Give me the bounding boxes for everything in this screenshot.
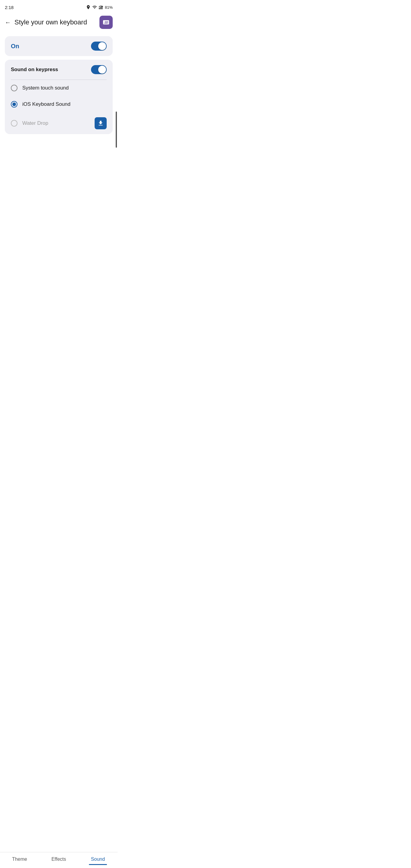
radio-ios-keyboard[interactable]: iOS Keyboard Sound (5, 96, 113, 113)
status-bar: 2:18 81% (0, 0, 118, 13)
status-time: 2:18 (5, 5, 13, 10)
radio-system-label: System touch sound (22, 85, 69, 91)
header: ← Style your own keyboard (0, 13, 118, 34)
radio-ios-left: iOS Keyboard Sound (11, 101, 70, 107)
sound-keypress-toggle[interactable] (91, 65, 107, 74)
sound-settings-card: Sound on keypress System touch sound iOS… (5, 60, 113, 134)
svg-rect-2 (101, 6, 101, 9)
alarm-icon (86, 5, 91, 10)
main-toggle-label: On (11, 43, 19, 50)
radio-ios-label: iOS Keyboard Sound (22, 101, 70, 107)
radio-water-left: Water Drop (11, 120, 48, 127)
radio-system-left: System touch sound (11, 85, 69, 91)
toggle-knob (98, 42, 106, 50)
radio-water-label: Water Drop (22, 120, 48, 126)
download-water-drop-button[interactable] (95, 117, 107, 129)
status-icons: 81% (86, 5, 113, 10)
signal-icon (98, 5, 103, 10)
wifi-icon (92, 5, 97, 10)
main-toggle-switch[interactable] (91, 41, 107, 51)
page-title: Style your own keyboard (14, 19, 87, 26)
radio-water-circle (11, 120, 18, 127)
svg-rect-0 (99, 7, 99, 9)
radio-water-drop[interactable]: Water Drop (5, 113, 113, 134)
back-button[interactable]: ← (5, 19, 11, 26)
content-spacer (0, 139, 118, 290)
header-left: ← Style your own keyboard (5, 19, 87, 26)
keyboard-icon-button[interactable] (99, 16, 113, 29)
sound-keypress-knob (98, 66, 106, 73)
keyboard-icon (102, 19, 110, 26)
svg-rect-3 (102, 6, 102, 9)
sound-on-keypress-label: Sound on keypress (11, 67, 58, 73)
radio-ios-circle (11, 101, 18, 107)
download-icon (97, 120, 104, 127)
scroll-indicator (116, 112, 117, 148)
main-toggle-card: On (5, 36, 113, 56)
svg-rect-1 (100, 7, 101, 9)
radio-system-touch[interactable]: System touch sound (5, 80, 113, 96)
battery-text: 81% (105, 5, 113, 10)
sound-on-keypress-row: Sound on keypress (5, 60, 113, 80)
radio-system-circle (11, 85, 18, 91)
